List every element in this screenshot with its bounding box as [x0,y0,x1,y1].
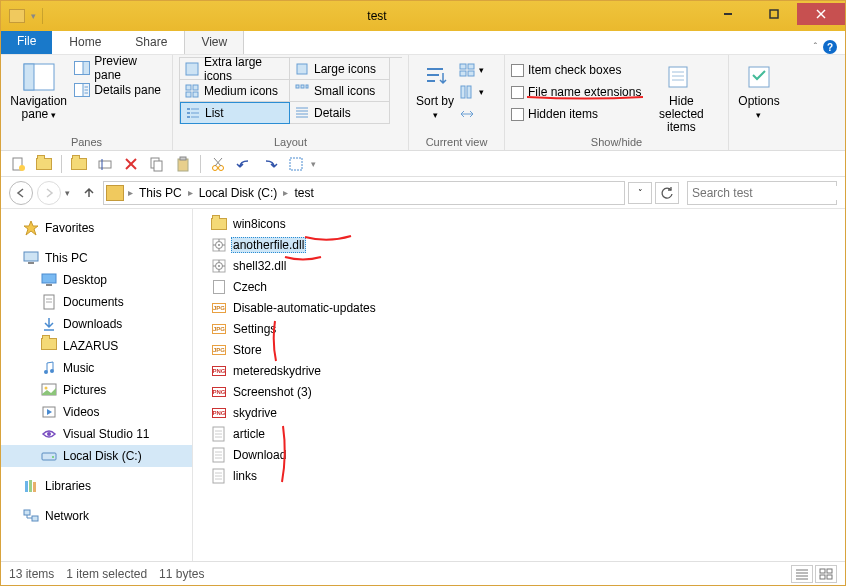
search-input[interactable] [692,186,842,200]
maximize-button[interactable] [751,3,797,25]
nav-child[interactable]: Music [1,357,192,379]
file-name-label: Czech [231,280,269,294]
nav-child[interactable]: Downloads [1,313,192,335]
status-item-count: 13 items [9,567,54,581]
copy-button[interactable] [146,153,168,175]
breadcrumb[interactable]: Local Disk (C:) [197,186,280,200]
file-list[interactable]: win8iconsanotherfile.dllshell32.dllCzech… [193,209,845,561]
close-button[interactable] [797,3,845,25]
item-checkboxes-toggle[interactable]: Item check boxes [511,59,641,81]
qat-dropdown-icon[interactable]: ▾ [311,159,316,169]
svg-rect-64 [24,252,38,261]
svg-rect-21 [306,85,308,88]
layout-details[interactable]: Details [290,102,390,124]
options-icon [743,61,775,93]
select-all-button[interactable] [285,153,307,175]
tab-home[interactable]: Home [52,30,118,54]
nav-child[interactable]: Videos [1,401,192,423]
history-dropdown-icon[interactable]: ▾ [65,188,75,198]
search-box[interactable] [687,181,837,205]
file-name-extensions-toggle[interactable]: File name extensions [511,81,641,103]
showhide-group-label: Show/hide [511,136,722,150]
details-pane-button[interactable]: Details pane [74,79,166,101]
file-item[interactable]: PNGScreenshot (3) [209,381,845,402]
minimize-button[interactable] [705,3,751,25]
file-item[interactable]: links [209,465,845,486]
ribbon-tabs: File Home Share View ˆ ? [1,31,845,55]
up-button[interactable] [79,183,99,203]
details-view-toggle[interactable] [791,565,813,583]
layout-list[interactable]: List [180,102,290,124]
jpg-icon: JPG [212,345,226,355]
file-name-label: win8icons [231,217,288,231]
hide-selected-button[interactable]: Hide selected items [645,57,717,135]
group-by-button[interactable]: ▾ [459,59,484,81]
chevron-right-icon[interactable]: ▸ [126,187,135,198]
layout-medium[interactable]: Medium icons [180,80,290,102]
options-button[interactable]: Options▾ [735,57,783,121]
sort-by-button[interactable]: Sort by ▾ [415,57,455,121]
nav-child[interactable]: Documents [1,291,192,313]
redo-button[interactable] [259,153,281,175]
help-icon[interactable]: ? [823,40,837,54]
breadcrumb[interactable]: test [292,186,315,200]
chevron-right-icon[interactable]: ▸ [281,187,290,198]
nav-child[interactable]: Local Disk (C:) [1,445,192,467]
layout-extra-large[interactable]: Extra large icons [180,58,290,80]
open-button[interactable] [68,153,90,175]
nav-this-pc[interactable]: This PC [1,247,192,269]
file-item[interactable]: PNGmeteredskydrive [209,360,845,381]
address-bar[interactable]: ▸ This PC ▸ Local Disk (C:) ▸ test [103,181,625,205]
undo-button[interactable] [233,153,255,175]
layout-group-label: Layout [179,136,402,150]
file-menu[interactable]: File [1,30,52,54]
jpg-icon: JPG [212,324,226,334]
file-item[interactable]: JPGDisable-automatic-updates [209,297,845,318]
cut-button[interactable] [207,153,229,175]
nav-favorites[interactable]: Favorites [1,217,192,239]
file-item[interactable]: shell32.dll [209,255,845,276]
file-item[interactable]: win8icons [209,213,845,234]
nav-child[interactable]: Desktop [1,269,192,291]
forward-button[interactable] [37,181,61,205]
titlebar: ▾ test [1,1,845,31]
thumbnails-view-toggle[interactable] [815,565,837,583]
tab-view[interactable]: View [184,30,244,54]
file-item[interactable]: JPGSettings [209,318,845,339]
new-item-button[interactable] [7,153,29,175]
tab-share[interactable]: Share [118,30,184,54]
new-folder-button[interactable] [33,153,55,175]
svg-rect-40 [467,86,471,98]
chevron-right-icon[interactable]: ▸ [186,187,195,198]
add-columns-button[interactable]: ▾ [459,81,484,103]
back-button[interactable] [9,181,33,205]
file-item[interactable]: Download [209,444,845,465]
file-item[interactable]: JPGStore [209,339,845,360]
layout-large[interactable]: Large icons [290,58,390,80]
nav-libraries[interactable]: Libraries [1,475,192,497]
file-item[interactable]: Czech [209,276,845,297]
paste-button[interactable] [172,153,194,175]
file-item[interactable]: article [209,423,845,444]
delete-button[interactable] [120,153,142,175]
nav-child[interactable]: LAZARUS [1,335,192,357]
size-columns-button[interactable] [459,103,484,125]
preview-pane-button[interactable]: Preview pane [74,57,166,79]
hidden-items-toggle[interactable]: Hidden items [511,103,641,125]
address-dropdown-button[interactable]: ˅ [628,182,652,204]
layout-small[interactable]: Small icons [290,80,390,102]
ribbon-collapse-icon[interactable]: ˆ [814,42,817,53]
navigation-tree[interactable]: Favorites This PC DesktopDocumentsDownlo… [1,209,193,561]
breadcrumb[interactable]: This PC [137,186,184,200]
svg-rect-15 [186,85,191,90]
svg-rect-42 [669,67,687,87]
file-item[interactable]: anotherfile.dll [209,234,845,255]
navigation-pane-button[interactable]: Navigation pane ▾ [7,57,70,121]
nav-child[interactable]: Visual Studio 11 [1,423,192,445]
network-icon [23,508,39,524]
nav-child[interactable]: Pictures [1,379,192,401]
rename-button[interactable] [94,153,116,175]
refresh-button[interactable] [655,182,679,204]
file-item[interactable]: PNGskydrive [209,402,845,423]
nav-network[interactable]: Network [1,505,192,527]
